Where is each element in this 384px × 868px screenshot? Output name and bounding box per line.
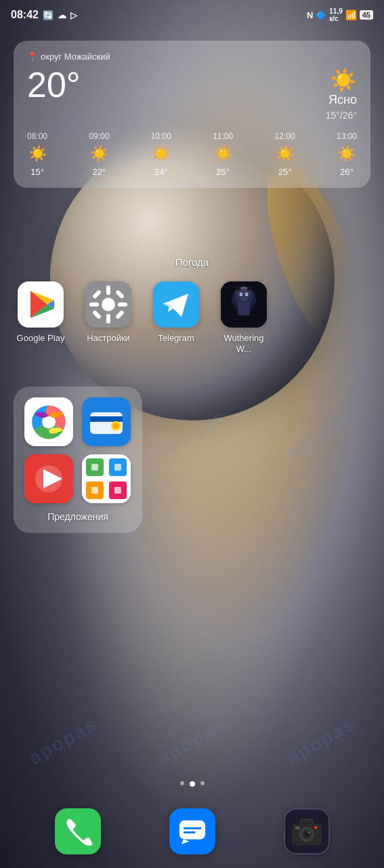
svg-rect-40 [91, 487, 98, 494]
svg-rect-5 [106, 285, 110, 295]
svg-rect-12 [115, 310, 125, 319]
svg-rect-9 [92, 290, 102, 299]
page-dot-2[interactable] [200, 781, 205, 785]
settings-label: Настройки [87, 333, 130, 344]
svg-rect-8 [118, 302, 127, 307]
weather-location: 📍 округ Можайский [27, 52, 357, 62]
hour-icon-5: ☀️ [337, 145, 356, 163]
cast-icon: ▷ [70, 10, 77, 20]
nfc-icon: N [307, 10, 313, 20]
svg-rect-51 [295, 827, 299, 829]
app-telegram[interactable]: Telegram [149, 281, 203, 354]
svg-rect-11 [92, 310, 102, 319]
weather-hour-0: 08:00 ☀️ 15° [27, 132, 47, 177]
weather-condition: ☀️ Ясно 15°/26° [326, 67, 357, 121]
cloud-icon: ☁ [58, 10, 66, 20]
app-wuthering[interactable]: Wuthering W... [217, 281, 271, 354]
svg-point-24 [43, 416, 54, 427]
status-right: N 🔷 11,9к/с 📶 45 [307, 7, 373, 22]
battery-indicator: 45 [360, 10, 373, 20]
svg-point-20 [240, 294, 242, 295]
bluetooth-icon: 🔷 [316, 10, 326, 20]
svg-rect-41 [114, 487, 121, 494]
weather-widget-label: Погода [0, 256, 384, 268]
dock [20, 808, 364, 854]
dock-camera[interactable] [284, 808, 330, 854]
weather-hour-3: 11:00 ☀️ 25° [213, 132, 233, 177]
svg-point-21 [246, 294, 247, 295]
folder-app-wallet[interactable] [82, 397, 131, 446]
wuthering-icon[interactable] [221, 281, 267, 328]
svg-point-4 [102, 298, 115, 311]
weather-hour-5: 13:00 ☀️ 26° [337, 132, 357, 177]
page-dot-1[interactable] [190, 781, 195, 787]
dock-phone[interactable] [55, 808, 101, 854]
folder-label: Предложения [24, 511, 131, 522]
hour-icon-2: ☀️ [152, 145, 170, 163]
wifi-icon: 📶 [345, 9, 357, 20]
svg-rect-27 [90, 416, 123, 422]
status-bar: 08:42 🔄 ☁ ▷ N 🔷 11,9к/с 📶 45 [0, 0, 384, 30]
page-indicators [0, 781, 384, 787]
telegram-icon[interactable] [153, 281, 199, 328]
weather-hour-4: 12:00 ☀️ 25° [275, 132, 295, 177]
svg-point-50 [314, 826, 317, 829]
settings-icon[interactable] [85, 281, 131, 328]
weather-main: 20° ☀️ Ясно 15°/26° [27, 67, 357, 121]
svg-rect-39 [114, 464, 121, 471]
telegram-label: Telegram [158, 333, 194, 344]
google-play-label: Google Play [17, 333, 65, 344]
hour-icon-0: ☀️ [28, 145, 47, 163]
svg-rect-10 [115, 290, 125, 299]
weather-hour-1: 09:00 ☀️ 22° [89, 132, 109, 177]
weather-hourly: 08:00 ☀️ 15° 09:00 ☀️ 22° 10:00 ☀️ 24° 1… [27, 132, 357, 177]
page-dot-0[interactable] [180, 781, 184, 785]
home-screen: 08:42 🔄 ☁ ▷ N 🔷 11,9к/с 📶 45 📍 округ Мож… [0, 0, 384, 868]
folder-grid [24, 397, 131, 503]
svg-rect-42 [179, 821, 205, 840]
network-speed: 11,9к/с [329, 7, 342, 22]
status-time: 08:42 [11, 9, 39, 21]
app-folder[interactable]: Предложения [14, 387, 142, 533]
hour-icon-4: ☀️ [276, 145, 294, 163]
svg-point-49 [307, 831, 310, 833]
svg-rect-44 [183, 831, 195, 833]
svg-rect-7 [89, 302, 99, 307]
wuthering-label: Wuthering W... [217, 333, 271, 354]
weather-range: 15°/26° [326, 110, 357, 121]
hour-icon-3: ☀️ [214, 145, 232, 163]
folder-app-video[interactable] [24, 454, 73, 503]
weather-temperature: 20° [27, 67, 81, 102]
location-icon: 📍 [27, 52, 38, 62]
hour-icon-1: ☀️ [90, 145, 108, 163]
app-google-play[interactable]: Google Play [14, 281, 68, 354]
weather-widget[interactable]: 📍 округ Можайский 20° ☀️ Ясно 15°/26° 08… [14, 41, 370, 188]
svg-point-29 [113, 423, 119, 429]
svg-rect-43 [183, 827, 200, 829]
weather-sun-icon: ☀️ [330, 68, 357, 92]
app-settings[interactable]: Настройки [81, 281, 135, 354]
weather-hour-2: 10:00 ☀️ 24° [151, 132, 171, 177]
google-play-icon[interactable] [18, 281, 64, 328]
sync-icon: 🔄 [43, 10, 54, 20]
folder-app-photos[interactable] [24, 397, 73, 446]
svg-rect-38 [91, 464, 98, 471]
status-left: 08:42 🔄 ☁ ▷ [11, 9, 77, 21]
weather-condition-text: Ясно [326, 93, 357, 107]
svg-rect-6 [106, 314, 110, 323]
folder-app-deals[interactable] [82, 454, 131, 503]
app-grid: Google Play [14, 281, 370, 354]
dock-messages[interactable] [169, 808, 215, 854]
